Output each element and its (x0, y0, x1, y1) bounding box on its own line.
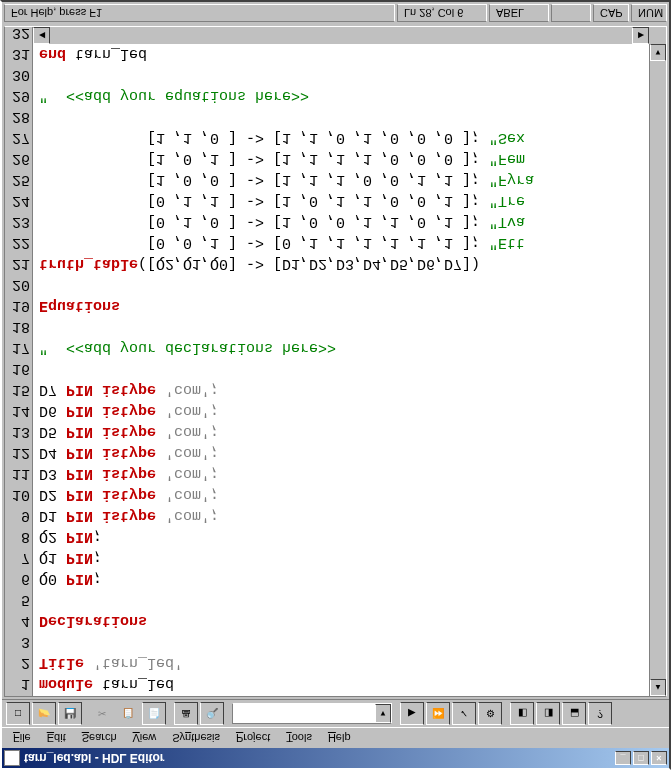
line-number: 10 (5, 484, 30, 505)
menu-edit[interactable]: Edit (40, 730, 73, 746)
line-number: 5 (5, 589, 30, 610)
line-number: 31 (5, 43, 30, 64)
line-number: 25 (5, 169, 30, 190)
code-line[interactable]: Q1 PIN; (39, 547, 649, 568)
code-line[interactable] (39, 589, 649, 610)
print-button[interactable]: 🖶 (174, 702, 198, 725)
menu-search[interactable]: Search (75, 730, 124, 746)
tool2-button[interactable]: ◨ (536, 702, 560, 725)
line-number: 16 (5, 358, 30, 379)
line-number: 22 (5, 232, 30, 253)
horizontal-scrollbar[interactable]: ◀ ▶ (33, 27, 649, 44)
scroll-right-icon[interactable]: ▶ (632, 27, 649, 44)
statusbar: For Help, press F1 Ln 28, Col 6 ABEL CAP… (2, 2, 669, 24)
code-line[interactable]: Declarations (39, 610, 649, 631)
code-line[interactable] (39, 631, 649, 652)
code-line[interactable]: [1 ,0 ,1 ] -> [1 ,1 ,1 ,1 ,0 ,0 ,0 ]; "F… (39, 148, 649, 169)
code-editor[interactable]: module tarn_ledTitle 'tarn_led' Declarat… (33, 27, 649, 696)
line-number: 28 (5, 106, 30, 127)
help-button[interactable]: ? (588, 702, 612, 725)
tool1-button[interactable]: ◧ (510, 702, 534, 725)
line-number: 23 (5, 211, 30, 232)
code-line[interactable]: D5 PIN istype 'com'; (39, 421, 649, 442)
code-line[interactable]: D7 PIN istype 'com'; (39, 379, 649, 400)
line-number: 18 (5, 316, 30, 337)
chevron-down-icon[interactable]: ▼ (375, 704, 391, 723)
window-buttons: _ □ × (615, 751, 667, 765)
options-button[interactable]: ⚙ (478, 702, 502, 725)
line-number: 21 (5, 253, 30, 274)
check-button[interactable]: ✓ (452, 702, 476, 725)
code-line[interactable]: truth_table([Q2,Q1,Q0] -> [D1,D2,D3,D4,D… (39, 253, 649, 274)
line-number: 8 (5, 526, 30, 547)
menu-synthesis[interactable]: Synthesis (165, 730, 227, 746)
run-button[interactable]: ▶ (400, 702, 424, 725)
line-number: 24 (5, 190, 30, 211)
code-line[interactable]: [0 ,0 ,1 ] -> [0 ,1 ,1 ,1 ,1 ,1 ,1 ]; "E… (39, 232, 649, 253)
line-number: 2 (5, 652, 30, 673)
code-line[interactable]: [1 ,0 ,0 ] -> [1 ,1 ,1 ,0 ,0 ,1 ,1 ]; "F… (39, 169, 649, 190)
status-blank (551, 4, 591, 22)
code-line[interactable]: [0 ,1 ,0 ] -> [1 ,0 ,0 ,1 ,1 ,0 ,1 ]; "T… (39, 211, 649, 232)
maximize-button[interactable]: □ (633, 751, 649, 765)
status-position: Ln 28, Col 6 (397, 4, 487, 22)
toolbar-combo[interactable]: ▼ (232, 703, 392, 724)
line-number: 29 (5, 85, 30, 106)
code-line[interactable]: D4 PIN istype 'com'; (39, 442, 649, 463)
code-line[interactable] (39, 316, 649, 337)
run2-button[interactable]: ⏩ (426, 702, 450, 725)
code-line[interactable]: Q0 PIN; (39, 568, 649, 589)
line-number: 32 (5, 26, 30, 43)
code-line[interactable]: [0 ,1 ,1 ] -> [1 ,0 ,1 ,1 ,0 ,0 ,1 ]; "T… (39, 190, 649, 211)
line-number: 13 (5, 421, 30, 442)
line-number: 9 (5, 505, 30, 526)
code-line[interactable] (39, 106, 649, 127)
code-line[interactable]: module tarn_led (39, 673, 649, 694)
minimize-button[interactable]: _ (615, 751, 631, 765)
app-window: tarn_led.abl - HDL Editor _ □ × File Edi… (0, 0, 671, 770)
tool3-button[interactable]: ⬓ (562, 702, 586, 725)
code-line[interactable]: Equations (39, 295, 649, 316)
save-button[interactable]: 💾 (58, 702, 82, 725)
cut-button[interactable]: ✂ (90, 702, 114, 725)
status-help: For Help, press F1 (4, 4, 395, 22)
code-line[interactable]: D6 PIN istype 'com'; (39, 400, 649, 421)
close-button[interactable]: × (651, 751, 667, 765)
code-line[interactable]: " <<add your declarations here>> (39, 337, 649, 358)
code-line[interactable]: D3 PIN istype 'com'; (39, 463, 649, 484)
code-line[interactable]: Title 'tarn_led' (39, 652, 649, 673)
find-button[interactable]: 🔍 (200, 702, 224, 725)
line-gutter: 1234567891011121314151617181920212223242… (5, 27, 33, 696)
code-line[interactable] (39, 64, 649, 85)
new-button[interactable]: □ (6, 702, 30, 725)
line-number: 11 (5, 463, 30, 484)
menu-tools[interactable]: Tools (279, 730, 319, 746)
code-line[interactable]: D2 PIN istype 'com'; (39, 484, 649, 505)
copy-button[interactable]: 📋 (116, 702, 140, 725)
vertical-scrollbar[interactable]: ▲ ▼ (649, 27, 666, 696)
open-button[interactable]: 📂 (32, 702, 56, 725)
line-number: 4 (5, 610, 30, 631)
window-title: tarn_led.abl - HDL Editor (24, 751, 615, 765)
code-line[interactable]: end tarn_led (39, 43, 649, 64)
scroll-left-icon[interactable]: ◀ (33, 27, 50, 44)
paste-button[interactable]: 📄 (142, 702, 166, 725)
code-line[interactable] (39, 358, 649, 379)
scroll-up-icon[interactable]: ▲ (650, 679, 666, 696)
menu-project[interactable]: Project (229, 730, 277, 746)
menu-view[interactable]: View (126, 730, 164, 746)
titlebar[interactable]: tarn_led.abl - HDL Editor _ □ × (2, 748, 669, 768)
line-number: 12 (5, 442, 30, 463)
editor-area: 1234567891011121314151617181920212223242… (4, 26, 667, 697)
line-number: 3 (5, 631, 30, 652)
menu-file[interactable]: File (6, 730, 38, 746)
toolbar: □ 📂 💾 ✂ 📋 📄 🖶 🔍 ▼ ▶ ⏩ ✓ ⚙ ◧ ◨ ⬓ ? (2, 699, 669, 728)
code-line[interactable]: [1 ,1 ,0 ] -> [1 ,1 ,0 ,1 ,0 ,0 ,0 ]; "S… (39, 127, 649, 148)
line-number: 14 (5, 400, 30, 421)
code-line[interactable]: D1 PIN istype 'com'; (39, 505, 649, 526)
code-line[interactable]: " <<add your equations here>> (39, 85, 649, 106)
scroll-down-icon[interactable]: ▼ (650, 44, 666, 61)
code-line[interactable]: Q2 PIN; (39, 526, 649, 547)
code-line[interactable] (39, 274, 649, 295)
menu-help[interactable]: Help (321, 730, 358, 746)
